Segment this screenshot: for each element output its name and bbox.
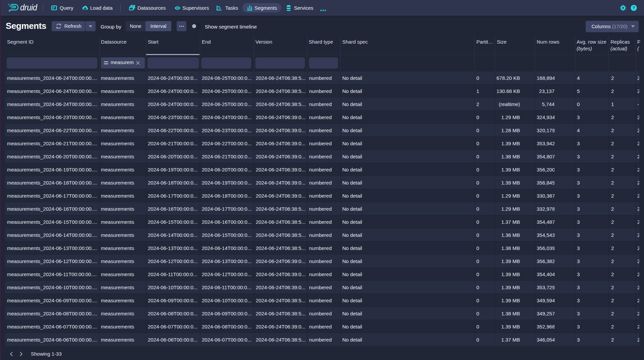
svg-text:?: ? xyxy=(633,6,635,10)
